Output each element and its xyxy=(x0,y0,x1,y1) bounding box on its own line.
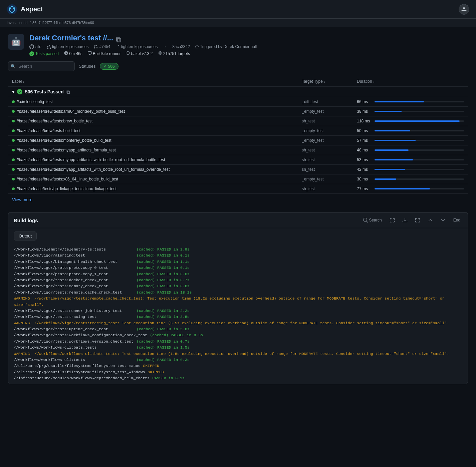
logs-scroll-up-button[interactable] xyxy=(426,216,435,224)
log-line: //workflows/vigor/tests:tracing_test (ca… xyxy=(14,314,462,320)
section-copy-icon[interactable]: ⧉ xyxy=(66,89,71,94)
table-row[interactable]: //bazel/release/brew/tests:myapp_artifac… xyxy=(8,165,468,174)
log-status: (cached) PASSED in 1.5s xyxy=(137,345,190,351)
search-input[interactable] xyxy=(8,61,75,71)
log-path: //workflows/vigor/tests:workflows_versio… xyxy=(14,339,134,345)
duration-bar-wrapper xyxy=(375,101,464,102)
badge-icon: ✓ xyxy=(103,64,107,69)
table-row[interactable]: //bazel/release/brew/tests:x86_64_linux_… xyxy=(8,174,468,184)
duration-bar-wrapper xyxy=(375,140,464,141)
status-badge[interactable]: ✓ 506 xyxy=(100,63,118,70)
logs-expand-button[interactable] xyxy=(388,216,397,224)
log-status: (cached) PASSED in 0.0s xyxy=(137,271,190,277)
log-status: (cached) PASSED in 0.1s xyxy=(137,265,190,271)
logs-fullscreen-button[interactable] xyxy=(413,216,422,224)
search-wrapper: 🔍 xyxy=(8,61,75,71)
expand-icon xyxy=(390,218,395,222)
logs-scroll-down-button[interactable] xyxy=(439,216,447,224)
log-path: //workflows/vigor/tests:tracing_test xyxy=(14,314,134,320)
type-text: sh_test xyxy=(302,157,315,162)
logs-download-button[interactable] xyxy=(401,216,409,224)
duration-cell: 66 ms xyxy=(357,99,464,104)
col-label[interactable]: Label xyxy=(8,76,298,87)
status-dot xyxy=(12,168,15,171)
table-row[interactable]: //bazel/release/brew/tests:arm64_montere… xyxy=(8,107,468,116)
arrow-sep: → xyxy=(163,44,167,49)
duration-bar-wrapper xyxy=(375,111,464,112)
log-path: //workflows/vigor/tests:uptime_check_tes… xyxy=(14,326,134,332)
status-dot xyxy=(12,149,15,151)
table-row[interactable]: //bazel/release/brew/tests:build_test _e… xyxy=(8,126,468,136)
download-icon xyxy=(403,218,407,222)
view-more-link[interactable]: View more xyxy=(8,194,468,205)
copy-icon[interactable]: ⧉ xyxy=(116,36,121,40)
svg-point-1 xyxy=(196,45,199,48)
runner-text: Buildkite runner xyxy=(93,51,121,56)
bazel-version: bazel v7.3.2 xyxy=(131,51,153,56)
log-path: //workflows/vigor/proto:proto.copy_0_tes… xyxy=(14,265,134,271)
aspect-logo-icon xyxy=(7,4,17,15)
status-dot xyxy=(12,110,15,113)
type-text: sh_test xyxy=(302,167,315,172)
bazel-info: bazel v7.3.2 xyxy=(126,51,153,56)
pr-number: #7454 xyxy=(99,44,110,49)
log-path: //workflows/telemetry/telemetry-ts:tests xyxy=(14,247,134,253)
commit-hash: 85ca3342 xyxy=(172,44,190,49)
table-row[interactable]: //bazel/release/brew/tests:brew_bottle_t… xyxy=(8,116,468,126)
log-status: (cached) PASSED in 0.7s xyxy=(137,339,190,345)
duration-bar-wrapper xyxy=(375,130,464,131)
duration-bar-wrapper xyxy=(375,149,464,151)
log-path: //workflows/vigor/tests:docker_check_tes… xyxy=(14,277,134,283)
invocation-bar: Invocation Id: fc86e7df-2f77-44bd-b576-d… xyxy=(0,19,476,27)
triggered-by: Triggered by Derek Cormier null xyxy=(195,44,257,49)
log-line: //cli/core/pkg/osutils/filesystem:filesy… xyxy=(14,363,462,369)
logs-end-button[interactable]: End xyxy=(451,216,462,224)
search-icon: 🔍 xyxy=(11,64,16,69)
pr-icon xyxy=(94,45,98,49)
log-line: //workflows/vigor/tests:uptime_check_tes… xyxy=(14,326,462,332)
logs-search-button[interactable]: Search xyxy=(361,216,384,224)
col-duration[interactable]: Duration xyxy=(353,76,468,87)
duration-bar-wrapper xyxy=(375,169,464,170)
log-path: //workflows/vigor/tests:workflows_config… xyxy=(14,332,147,338)
logs-actions: Search End xyxy=(361,216,462,224)
logs-body[interactable]: //workflows/telemetry/telemetry-ts:tests… xyxy=(8,244,468,384)
log-status: SKIPPED xyxy=(143,363,159,369)
table-row[interactable]: //bazel/release/tests/go_linkage_tests:l… xyxy=(8,184,468,194)
targets-count: 215751 targets xyxy=(163,51,190,56)
duration-cell: 42 ms xyxy=(357,167,464,172)
svg-rect-2 xyxy=(88,52,92,54)
status-dot xyxy=(12,178,15,180)
table-row[interactable]: //bazel/release/brew/tests:monterey_bott… xyxy=(8,136,468,145)
duration-bar xyxy=(375,120,459,122)
log-status: (cached) PASSED in 0.3s xyxy=(137,357,190,363)
table-row[interactable]: //.circleci:config_test _diff_test 66 ms xyxy=(8,97,468,107)
duration-cell: 38 ms xyxy=(357,109,464,114)
type-text: sh_test xyxy=(302,119,315,123)
log-line: //infrastructure/modules/workflows-gcp:e… xyxy=(14,375,462,381)
collapse-icon[interactable]: ▾ xyxy=(12,89,14,94)
log-line: WARNING: //workflows/vigor/tests:remote_… xyxy=(14,296,462,308)
log-path: //cli/core/pkg/osutils/filesystem:filesy… xyxy=(14,369,145,375)
build-title-text: Derek Cormier's test //... xyxy=(29,34,113,42)
log-warning-text: WARNING: //workflows/vigor/tests:remote_… xyxy=(14,296,445,307)
label-text: //.circleci:config_test xyxy=(17,99,53,104)
table-row[interactable]: //bazel/release/brew/tests:myapp_artifac… xyxy=(8,145,468,155)
svg-point-4 xyxy=(159,52,162,55)
log-path: //workflows/vigor/tests:runner_job_histo… xyxy=(14,308,134,314)
type-text: _empty_test xyxy=(302,177,323,181)
pr-info: #7454 xyxy=(94,44,110,49)
table-row[interactable]: //bazel/release/brew/tests:myapp_artifac… xyxy=(8,155,468,165)
duration-value: 42 ms xyxy=(357,167,372,172)
status-dot xyxy=(12,139,15,142)
log-line: //workflows/vigor/bin:agent_health_check… xyxy=(14,259,462,265)
log-status: (cached) PASSED in 8.3s xyxy=(150,332,203,338)
duration-bar xyxy=(375,169,405,170)
branch-icon xyxy=(47,45,51,49)
build-title: Derek Cormier's test //... ⧉ xyxy=(29,34,257,42)
output-button[interactable]: Output xyxy=(14,231,37,241)
col-target-type[interactable]: Target Type xyxy=(298,76,353,87)
duration-bar-wrapper xyxy=(375,120,464,122)
log-path: //cli/core/pkg/osutils/filesystem:filesy… xyxy=(14,363,141,369)
user-avatar-button[interactable] xyxy=(459,4,469,15)
